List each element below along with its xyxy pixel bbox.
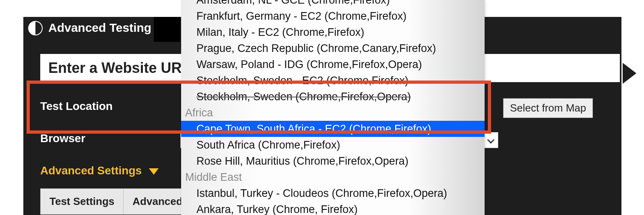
- location-option[interactable]: Ankara, Turkey (Chrome, Firefox): [181, 201, 485, 215]
- start-test-arrow-icon[interactable]: [623, 63, 636, 84]
- tab-test-settings[interactable]: Test Settings: [40, 188, 124, 215]
- select-from-map-button[interactable]: Select from Map: [503, 98, 593, 118]
- location-option[interactable]: Stockholm, Sweden (Chrome,Firefox,Opera): [181, 89, 485, 105]
- location-option[interactable]: South Africa (Chrome,Firefox): [181, 137, 485, 153]
- label-test-location: Test Location: [40, 100, 113, 113]
- location-option[interactable]: Rose Hill, Mauritius (Chrome,Firefox,Ope…: [181, 153, 485, 169]
- app-logo-icon: [28, 21, 43, 35]
- location-option[interactable]: Frankfurt, Germany - EC2 (Chrome,Firefox…: [181, 8, 485, 24]
- advanced-settings-label: Advanced Settings: [40, 164, 142, 177]
- location-dropdown[interactable]: Amsterdam, NL - GCE (Chrome,Firefox)Fran…: [181, 0, 485, 215]
- location-option[interactable]: Prague, Czech Republic (Chrome,Canary,Fi…: [181, 40, 485, 56]
- chevron-down-icon: [487, 136, 495, 144]
- location-optgroup: Africa: [181, 105, 485, 121]
- location-option[interactable]: Cape Town, South Africa - EC2 (Chrome,Fi…: [181, 121, 485, 137]
- location-option[interactable]: Istanbul, Turkey - Cloudeos (Chrome,Fire…: [181, 185, 485, 201]
- location-option[interactable]: Milan, Italy - EC2 (Chrome,Firefox): [181, 24, 485, 40]
- tab-divider: [154, 17, 180, 42]
- triangle-down-icon: [149, 168, 159, 175]
- tab-advanced-testing[interactable]: Advanced Testing: [48, 21, 151, 35]
- advanced-settings-toggle[interactable]: Advanced Settings: [40, 164, 159, 177]
- label-browser: Browser: [40, 132, 85, 145]
- location-option[interactable]: Amsterdam, NL - GCE (Chrome,Firefox): [181, 0, 485, 8]
- location-option[interactable]: Stockholm, Sweden - EC2 (Chrome,Firefox): [181, 72, 485, 89]
- location-option[interactable]: Warsaw, Poland - IDG (Chrome,Firefox,Ope…: [181, 56, 485, 72]
- location-optgroup: Middle East: [181, 169, 485, 185]
